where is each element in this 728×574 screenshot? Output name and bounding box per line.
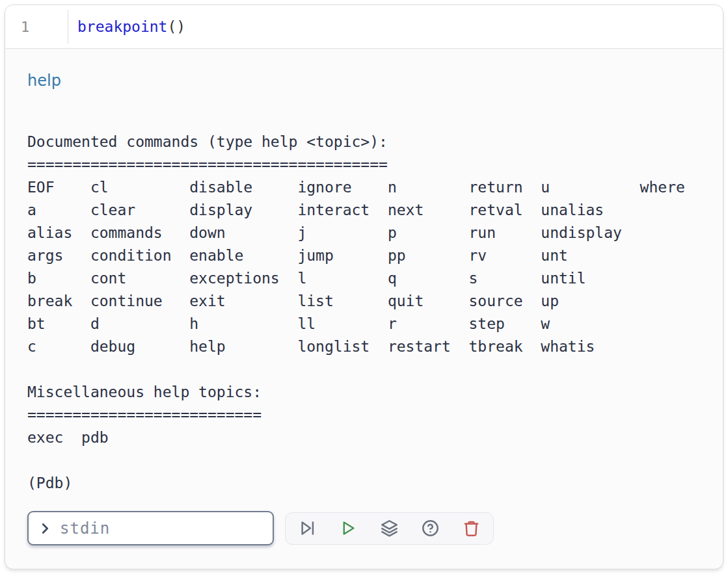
code-runner-widget: 1 breakpoint() help Documented commands …	[5, 5, 723, 569]
code-editor-row: 1 breakpoint()	[5, 5, 723, 49]
echoed-command: help	[27, 71, 701, 90]
stdin-input-group	[27, 511, 274, 545]
step-forward-button[interactable]	[299, 519, 316, 537]
play-icon	[340, 519, 357, 537]
pdb-help-output: Documented commands (type help <topic>):…	[27, 131, 701, 449]
run-button[interactable]	[340, 519, 357, 537]
stack-button[interactable]	[381, 519, 398, 537]
help-button[interactable]	[422, 519, 439, 537]
console-output-area: help Documented commands (type help <top…	[5, 49, 723, 545]
code-parens: ()	[167, 18, 185, 35]
chevron-right-icon	[38, 521, 52, 536]
code-line[interactable]: breakpoint()	[68, 18, 723, 35]
line-number: 1	[5, 19, 68, 35]
controls-row	[27, 511, 701, 545]
help-circle-icon	[422, 519, 439, 537]
stdin-input[interactable]	[59, 519, 263, 538]
clear-button[interactable]	[463, 519, 480, 537]
code-function-name: breakpoint	[77, 18, 167, 35]
step-forward-icon	[299, 519, 316, 537]
debugger-toolbar	[285, 512, 494, 545]
pdb-prompt: (Pdb)	[27, 472, 701, 495]
trash-icon	[463, 519, 480, 537]
layers-icon	[381, 519, 398, 537]
